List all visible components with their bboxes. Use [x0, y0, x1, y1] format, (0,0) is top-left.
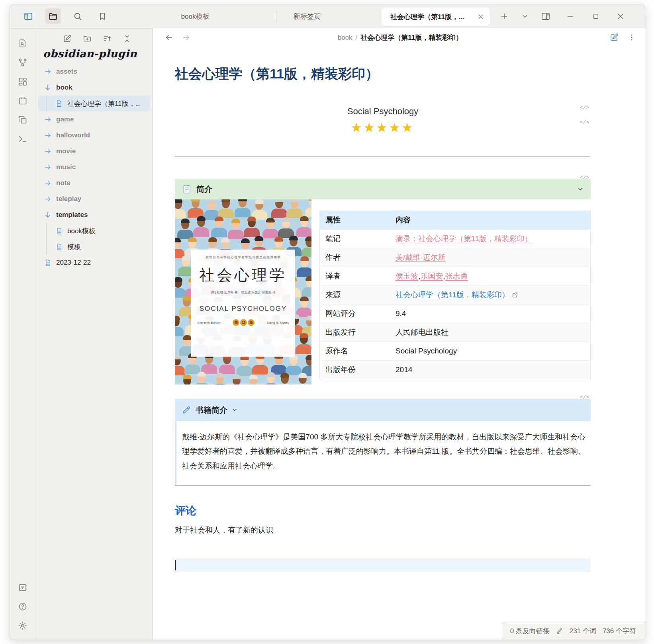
collapse-chevron-icon[interactable] [231, 407, 238, 413]
tree-folder-book[interactable]: book [38, 80, 150, 96]
window-maximize-button[interactable] [588, 8, 604, 24]
properties-header-content: 内容 [390, 211, 591, 230]
tab-close-button[interactable] [475, 11, 487, 23]
files-view-button[interactable] [45, 8, 61, 24]
tree-item-label: movie [56, 147, 76, 155]
property-value: 摘录：社会心理学（第11版，精装彩印） [390, 230, 591, 248]
book-cover-image: 教育部高等学校心理学教学指导委员会推荐用书 社会心理学 [美] 戴维·迈尔斯 著… [175, 199, 311, 384]
tab-new[interactable]: 新标签页 [279, 4, 335, 28]
vault-switcher-button[interactable] [15, 580, 30, 595]
backlinks-count[interactable]: 0 条反向链接 [510, 626, 550, 636]
breadcrumb-separator: / [356, 34, 358, 41]
nav-back-button[interactable] [163, 32, 174, 43]
tree-folder-note[interactable]: note [38, 175, 150, 191]
star-icon: ★ [402, 121, 415, 134]
edit-block-icon[interactable]: </> [580, 119, 589, 125]
char-count[interactable]: 736 个字符 [603, 626, 636, 636]
file-tree: assetsbook社会心理学（第11版，...gamehalloworldmo… [36, 61, 153, 271]
cover-person-figure [211, 215, 227, 237]
new-folder-button[interactable] [82, 33, 92, 44]
active-editor-line[interactable] [175, 558, 591, 572]
internal-link[interactable]: 摘录：社会心理学（第11版，精装彩印） [396, 234, 532, 243]
internal-link[interactable]: 乐国安 [420, 272, 443, 280]
insert-template-button[interactable] [15, 112, 30, 127]
word-count[interactable]: 231 个词 [570, 626, 596, 636]
book-intro-label: 书籍简介 [196, 405, 227, 416]
new-note-button[interactable] [62, 33, 72, 44]
vault-icon [18, 583, 27, 592]
window-minimize-button[interactable] [562, 8, 578, 24]
new-tab-button[interactable] [496, 8, 512, 24]
intro-section-header[interactable]: 简介 [175, 179, 591, 199]
gear-icon [18, 621, 27, 630]
quick-switcher-button[interactable] [15, 36, 30, 51]
ribbon [10, 28, 36, 640]
breadcrumb-current[interactable]: 社会心理学（第11版，精装彩印） [360, 34, 462, 41]
property-label: 出版年份 [320, 361, 390, 379]
collapse-all-button[interactable] [122, 33, 132, 44]
book-intro-header[interactable]: 书籍简介 [175, 399, 591, 421]
panel-left-icon [23, 12, 33, 21]
property-label: 来源 [320, 286, 390, 304]
bookmark-icon [98, 12, 107, 21]
internal-link[interactable]: 侯玉波 [396, 272, 418, 280]
tree-folder-assets[interactable]: assets [38, 64, 150, 80]
external-link-icon [512, 292, 518, 298]
tab-active-label: 社会心理学（第11版，... [382, 12, 475, 21]
property-value: Social Psychology [390, 342, 591, 361]
chevron-down-icon [521, 12, 529, 20]
cover-title: 社会心理学 [199, 265, 287, 285]
bookmarks-view-button[interactable] [94, 8, 110, 24]
arrow-right-icon [43, 162, 53, 172]
external-link[interactable]: 社会心理学（第11版，精装彩印） [396, 291, 509, 299]
right-sidebar-toggle-button[interactable] [538, 8, 554, 24]
breadcrumb-parent[interactable]: book [338, 34, 352, 41]
tree-file-note-social-psychology[interactable]: 社会心理学（第11版，... [38, 96, 150, 111]
help-button[interactable] [15, 599, 30, 614]
tree-folder-halloworld[interactable]: halloworld [38, 127, 150, 143]
star-icon: ★ [351, 121, 364, 134]
panel-right-icon [541, 12, 550, 21]
layout-dashboard-icon [18, 77, 27, 86]
property-value: 9.4 [390, 304, 591, 323]
arrow-right-icon [43, 146, 53, 156]
property-label: 原作名 [320, 342, 390, 361]
internal-link[interactable]: 张志勇 [445, 272, 468, 280]
cover-person-figure [245, 373, 261, 384]
arrow-right-icon [43, 115, 53, 124]
nav-forward-button[interactable] [181, 32, 192, 43]
canvas-button[interactable] [15, 74, 30, 89]
edit-block-icon[interactable]: </> [580, 105, 589, 111]
tree-folder-game[interactable]: game [38, 111, 150, 127]
search-view-button[interactable] [70, 8, 86, 24]
tab-book-template[interactable]: book模板 [153, 4, 237, 28]
edit-mode-toggle-button[interactable] [608, 31, 620, 43]
tree-item-label: templates [56, 211, 88, 219]
property-value: 社会心理学（第11版，精装彩印） [390, 286, 591, 304]
property-value: 美/戴维·迈尔斯 [390, 248, 591, 267]
property-row: 出版发行人民邮电出版社 [320, 323, 591, 342]
arrow-down-icon [43, 210, 53, 220]
tree-folder-teleplay[interactable]: teleplay [38, 191, 150, 207]
tab-active-social-psychology[interactable]: 社会心理学（第11版，... [382, 8, 490, 26]
left-sidebar-toggle-button[interactable] [20, 8, 36, 24]
window-close-button[interactable] [613, 8, 629, 24]
collapse-chevron-icon[interactable] [576, 185, 584, 193]
tree-file-book-template[interactable]: book模板 [38, 223, 150, 239]
cover-person-figure [175, 199, 186, 219]
tree-file-template[interactable]: 模板 [38, 239, 150, 255]
daily-note-button[interactable] [15, 93, 30, 108]
book-cover-panel: 教育部高等学校心理学教学指导委员会推荐用书 社会心理学 [美] 戴维·迈尔斯 著… [191, 250, 295, 357]
tree-folder-music[interactable]: music [38, 159, 150, 175]
terminal-button[interactable] [15, 131, 30, 146]
more-options-button[interactable] [626, 31, 638, 43]
graph-view-button[interactable] [15, 55, 30, 70]
tree-folder-movie[interactable]: movie [38, 143, 150, 159]
tree-folder-templates[interactable]: templates [38, 207, 150, 223]
tree-file-daily-2023-12-22[interactable]: 2023-12-22 [38, 255, 150, 271]
sort-order-button[interactable] [102, 33, 112, 44]
settings-button[interactable] [15, 618, 30, 633]
internal-link[interactable]: 美/戴维·迈尔斯 [396, 253, 446, 262]
vault-title[interactable]: obsidian-plugin [36, 44, 153, 61]
tab-list-button[interactable] [517, 8, 533, 24]
